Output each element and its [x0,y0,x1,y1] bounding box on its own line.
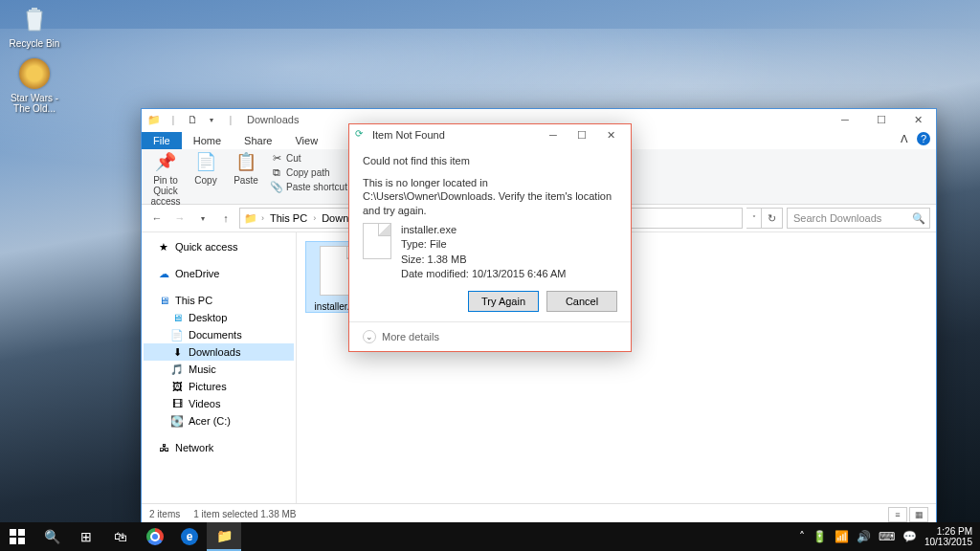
nav-pictures[interactable]: 🖼Pictures [144,378,294,395]
dialog-maximize-button[interactable]: ☐ [568,125,596,144]
up-button[interactable]: ↑ [216,209,235,228]
cut-button[interactable]: ✂Cut [268,151,349,165]
copy-button[interactable]: 📄 Copy [188,151,224,186]
store-button[interactable]: 🛍 [103,522,138,551]
nav-label: Downloads [189,346,240,358]
chevron-right-icon[interactable]: › [313,213,316,223]
nav-label: Network [175,442,213,453]
nav-acer-c[interactable]: 💽Acer (C:) [144,412,294,430]
dialog-icon: ⟳ [355,128,368,142]
dialog-filesize: Size: 1.38 MB [401,253,566,267]
nav-quick-access[interactable]: ★Quick access [144,238,294,255]
file-explorer-button[interactable]: 📁 [207,522,241,551]
chevron-right-icon[interactable]: › [261,213,264,223]
nav-network[interactable]: 🖧Network [144,439,294,456]
maximize-button[interactable]: ☐ [863,109,900,130]
paste-shortcut-button[interactable]: 📎Paste shortcut [268,180,349,193]
qat-dropdown-icon[interactable]: ▾ [203,111,220,128]
keyboard-icon[interactable]: ⌨ [879,530,895,543]
search-icon: 🔍 [912,212,925,225]
forward-button[interactable]: → [170,209,189,228]
nav-label: This PC [175,295,212,306]
minimize-button[interactable]: ─ [827,109,863,130]
paste-shortcut-icon: 📎 [270,180,283,193]
cancel-button[interactable]: Cancel [546,291,617,312]
search-button[interactable]: 🔍 [34,522,69,551]
tab-home[interactable]: Home [182,132,233,149]
dialog-filename: installer.exe [401,223,566,237]
nav-label: Music [189,364,216,375]
copy-path-button[interactable]: ⧉Copy path [268,165,349,179]
recycle-bin-icon [17,2,52,36]
battery-icon[interactable]: 🔋 [813,530,827,543]
system-tray: ˄ 🔋 📶 🔊 ⌨ 💬 1:26 PM 10/13/2015 [799,526,980,547]
network-icon: 🖧 [157,441,170,454]
desktop-icon-swtor[interactable]: Star Wars - The Old... [6,56,63,114]
tab-view[interactable]: View [283,132,329,149]
tab-share[interactable]: Share [233,132,283,149]
nav-downloads[interactable]: ⬇Downloads [144,343,294,361]
star-icon: ★ [157,240,170,253]
pictures-icon: 🖼 [170,380,184,393]
cloud-icon: ☁ [157,267,170,280]
details-view-button[interactable]: ≡ [888,507,907,522]
nav-music[interactable]: 🎵Music [144,361,294,378]
nav-onedrive[interactable]: ☁OneDrive [144,265,294,282]
svg-rect-1 [18,529,25,536]
help-icon[interactable]: ? [917,132,930,145]
tray-chevron-icon[interactable]: ˄ [799,530,805,543]
more-details-label: More details [382,331,439,342]
ribbon-label: Cut [286,153,301,164]
back-button[interactable]: ← [147,209,167,228]
navigation-pane: ★Quick access ☁OneDrive 🖥This PC 🖥Deskto… [142,232,297,503]
status-item-count: 2 items [149,509,180,519]
search-input[interactable]: Search Downloads 🔍 [787,208,930,229]
nav-label: Videos [189,398,220,409]
dialog-close-button[interactable]: ✕ [596,125,625,144]
cut-icon: ✂ [270,151,283,165]
nav-videos[interactable]: 🎞Videos [144,395,294,412]
folder-icon: 📁 [145,111,163,128]
svg-rect-2 [10,538,16,544]
volume-icon[interactable]: 🔊 [857,530,871,543]
collapse-ribbon-icon[interactable]: ᐱ [898,132,911,145]
more-details-toggle[interactable]: ⌄ More details [349,321,631,351]
dialog-titlebar[interactable]: ⟳ Item Not Found ─ ☐ ✕ [349,124,631,145]
videos-icon: 🎞 [170,397,184,410]
nav-label: Quick access [175,241,237,253]
refresh-button[interactable]: ↻ [762,208,783,229]
ribbon-label: Copy [194,175,216,186]
edge-button[interactable]: e [172,522,207,551]
copy-icon: 📄 [194,151,217,174]
recent-dropdown[interactable]: ▾ [193,209,212,228]
task-view-button[interactable]: ⊞ [69,522,103,551]
pin-to-quick-access-button[interactable]: 📌 Pin to Quick access [147,151,184,207]
desktop-icon-recycle-bin[interactable]: Recycle Bin [6,2,63,49]
downloads-icon: ⬇ [170,345,184,359]
breadcrumb-thispc[interactable]: This PC [268,212,309,224]
address-dropdown[interactable]: ˅ [746,208,762,229]
pin-icon: 📌 [154,151,177,174]
tab-file[interactable]: File [142,132,182,149]
nav-label: Desktop [189,312,227,323]
paste-button[interactable]: 📋 Paste [228,151,264,186]
nav-this-pc[interactable]: 🖥This PC [144,292,294,309]
try-again-button[interactable]: Try Again [468,291,539,312]
desktop-icon: 🖥 [170,311,184,324]
file-icon [363,223,393,261]
nav-desktop[interactable]: 🖥Desktop [144,309,294,326]
documents-icon: 📄 [170,328,184,342]
clock[interactable]: 1:26 PM 10/13/2015 [924,526,972,547]
new-folder-icon[interactable]: 🗋 [184,111,201,128]
wifi-icon[interactable]: 📶 [835,530,849,543]
dialog-minimize-button[interactable]: ─ [539,125,568,144]
desktop-icon-label: Star Wars - The Old... [6,93,63,114]
chevron-down-icon: ⌄ [363,330,376,343]
close-button[interactable]: ✕ [900,109,936,130]
chrome-button[interactable] [138,522,172,551]
nav-documents[interactable]: 📄Documents [144,326,294,343]
start-button[interactable] [0,522,34,551]
large-icons-view-button[interactable]: ▦ [909,507,928,522]
action-center-icon[interactable]: 💬 [902,530,917,543]
clock-time: 1:26 PM [924,526,972,537]
